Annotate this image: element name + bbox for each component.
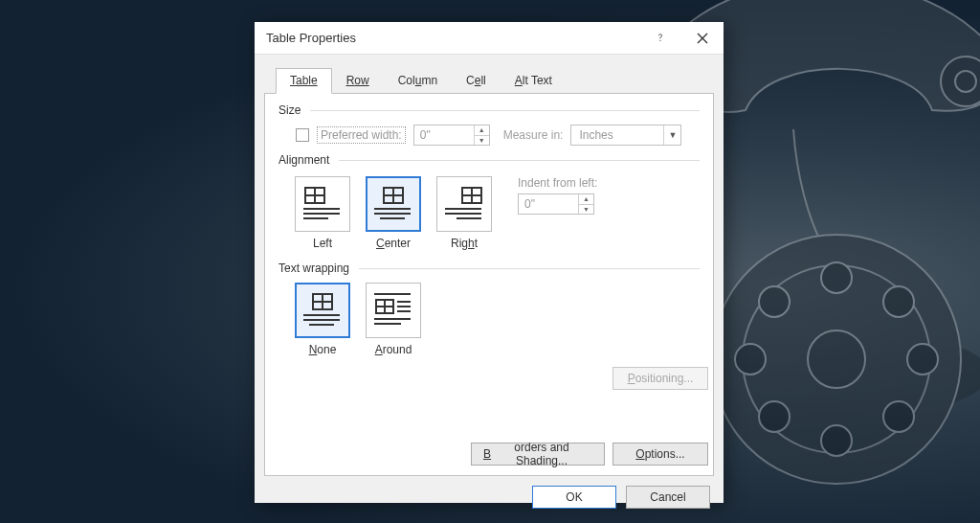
svg-point-8 [907,344,938,375]
align-left-option[interactable]: Left [294,176,351,250]
measure-in-combo[interactable]: Inches ▼ [570,125,681,146]
align-center-option[interactable]: Center [365,176,422,250]
svg-point-5 [808,330,865,388]
dialog-title: Table Properties [266,31,356,45]
cancel-button[interactable]: Cancel [626,486,710,509]
preferred-width-input[interactable] [414,125,474,145]
wrapping-group-label: Text wrapping [278,258,700,277]
tab-table[interactable]: Table [276,68,332,94]
wrap-around-label: Around [375,343,412,356]
spin-down-icon[interactable]: ▼ [579,204,593,215]
tab-column[interactable]: Column [384,68,452,93]
chevron-down-icon[interactable]: ▼ [663,125,680,145]
preferred-width-label: Preferred width: [317,126,406,144]
dialog-footer: OK Cancel [255,476,724,509]
svg-point-10 [821,425,852,456]
svg-point-6 [821,262,852,293]
size-group-label: Size [278,100,700,119]
align-right-option[interactable]: Right [435,176,493,250]
close-button[interactable] [681,22,724,55]
positioning-button: Positioning... [612,367,708,390]
wrap-none-option[interactable]: None [294,283,351,356]
preferred-width-checkbox[interactable] [296,128,309,142]
svg-point-11 [759,401,790,432]
borders-shading-button[interactable]: Borders and Shading... [471,443,605,466]
measure-in-label: Measure in: [503,128,564,142]
svg-point-1 [941,57,980,106]
ok-button[interactable]: OK [532,486,616,509]
indent-from-left-label: Indent from left: [518,176,597,193]
tab-strip: Table Row Column Cell Alt Text [255,55,724,93]
spin-up-icon[interactable]: ▲ [579,194,593,204]
table-properties-dialog: Table Properties Table Row Column Cell A… [255,22,724,503]
tab-row[interactable]: Row [332,68,384,93]
align-center-label: Center [376,237,411,250]
indent-from-left-input[interactable] [519,194,578,214]
spin-up-icon[interactable]: ▲ [475,125,489,135]
preferred-width-spinner[interactable]: ▲▼ [413,125,490,146]
titlebar: Table Properties [255,22,724,55]
tab-alt-text[interactable]: Alt Text [501,68,567,93]
help-button[interactable] [639,22,681,55]
measure-in-value: Inches [571,126,663,144]
tab-cell[interactable]: Cell [452,68,501,93]
spin-down-icon[interactable]: ▼ [475,135,489,146]
svg-point-13 [759,286,790,317]
wrap-none-label: None [309,343,337,356]
svg-point-7 [883,286,914,317]
options-button[interactable]: Options... [612,443,708,466]
tab-page-table: Size Preferred width: ▲▼ Measure in: Inc… [264,93,714,476]
svg-point-12 [735,344,766,375]
align-right-label: Right [451,237,478,250]
indent-from-left-spinner[interactable]: ▲▼ [518,193,594,215]
svg-point-9 [883,401,914,432]
alignment-group-label: Alignment [278,149,700,169]
wrap-around-option[interactable]: Around [365,283,422,356]
align-left-label: Left [313,237,332,250]
